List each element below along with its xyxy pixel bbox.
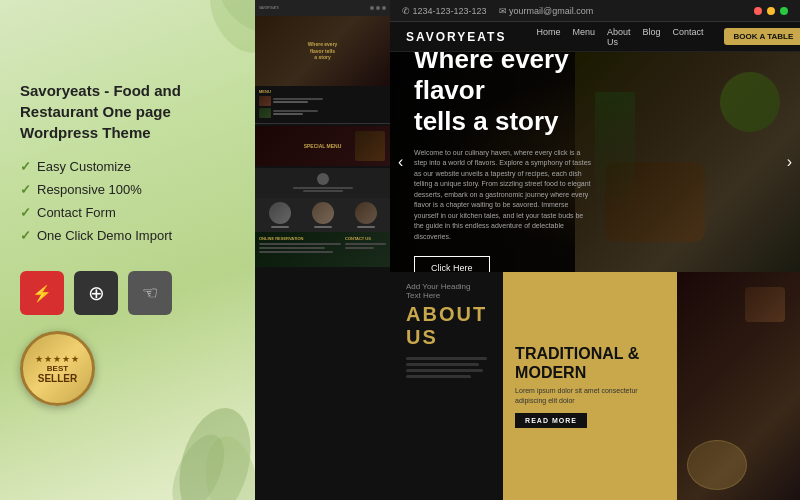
- topbar-minimize-dot: [767, 7, 775, 15]
- preview-hero-text: Where everyflavor tellsa story: [308, 41, 338, 61]
- preview-menu-text-1: [273, 98, 386, 104]
- preview-team-name-2: [314, 226, 332, 228]
- preview-menu-text-2: [273, 110, 386, 116]
- about-title: ABOUT US: [406, 303, 487, 349]
- tech-badges: ⚡ ⊕ ☜: [20, 271, 235, 315]
- theme-title: Savoryeats - Food and Restaurant One pag…: [20, 80, 235, 143]
- book-table-button[interactable]: BOOK A TABLE: [724, 28, 800, 45]
- hero-title: Where every flavortells a story: [414, 52, 592, 138]
- right-main-panel: ✆ 1234-123-123-123 ✉ yourmail@gmail.com …: [390, 0, 800, 500]
- navbar-links: Home Menu About Us Blog Contact: [536, 27, 703, 47]
- preview-quote-line-2: [303, 190, 343, 192]
- preview-team-member-1: [259, 202, 300, 228]
- preview-menu-section: MENU: [255, 86, 390, 124]
- best-seller-badge: ★★★★★ Best SELLER: [20, 331, 100, 411]
- preview-menu-line-d: [273, 113, 303, 115]
- best-seller-stars: ★★★★★: [35, 354, 80, 364]
- feature-item-2: ✓ Responsive 100%: [20, 182, 235, 197]
- topbar-phone: ✆ 1234-123-123-123: [402, 6, 487, 16]
- preview-team-img-3: [355, 202, 377, 224]
- preview-team-member-3: [345, 202, 386, 228]
- topbar-maximize-dot: [780, 7, 788, 15]
- feature-label-4: One Click Demo Import: [37, 228, 172, 243]
- hero-section: Where every flavortells a story Welcome …: [390, 52, 800, 272]
- nav-link-blog[interactable]: Blog: [643, 27, 661, 47]
- left-panel: Savoryeats - Food and Restaurant One pag…: [0, 0, 255, 500]
- preview-menu-line-b: [273, 101, 308, 103]
- best-seller-circle: ★★★★★ Best SELLER: [20, 331, 95, 406]
- preview-special-text: SPECIAL MENU: [304, 143, 342, 149]
- about-section: Add Your Heading Text Here ABOUT US: [390, 272, 503, 500]
- preview-nav-dot-2: [376, 6, 380, 10]
- nav-link-about[interactable]: About Us: [607, 27, 631, 47]
- feature-label-2: Responsive 100%: [37, 182, 142, 197]
- feature-label-3: Contact Form: [37, 205, 116, 220]
- features-list: ✓ Easy Customize ✓ Responsive 100% ✓ Con…: [20, 159, 235, 251]
- leaf-decor-bottom-icon: [165, 380, 255, 500]
- preview-menu-line-a: [273, 98, 323, 100]
- preview-reservation-title: ONLINE RESERVATION: [259, 236, 341, 241]
- feature-item-3: ✓ Contact Form: [20, 205, 235, 220]
- preview-avatar: [317, 173, 329, 185]
- preview-nav-dot-1: [370, 6, 374, 10]
- site-logo: SAVORYEATS: [406, 30, 506, 44]
- nav-link-contact[interactable]: Contact: [673, 27, 704, 47]
- site-navbar: SAVORYEATS Home Menu About Us Blog Conta…: [390, 22, 800, 52]
- food-lime-visual: [720, 72, 780, 132]
- preview-site-name: SAVORYEATS: [259, 6, 368, 10]
- traditional-section: TRADITIONAL &MODERN Lorem ipsum dolor si…: [503, 272, 677, 500]
- hero-prev-arrow[interactable]: ‹: [398, 153, 403, 171]
- feature-label-1: Easy Customize: [37, 159, 131, 174]
- preview-menu-img-1: [259, 96, 271, 106]
- preview-menu-item-2: [259, 108, 386, 118]
- preview-hero-image: Where everyflavor tellsa story: [255, 16, 390, 86]
- touch-badge: ☜: [128, 271, 172, 315]
- topbar-contact-info: ✆ 1234-123-123-123 ✉ yourmail@gmail.com: [402, 6, 593, 16]
- topbar-close-dot: [754, 7, 762, 15]
- preview-team-member-2: [302, 202, 343, 228]
- feature-item-4: ✓ One Click Demo Import: [20, 228, 235, 243]
- right-food-image: [677, 272, 800, 500]
- preview-team-name-3: [357, 226, 375, 228]
- preview-res-line-1: [259, 243, 341, 245]
- read-more-button[interactable]: READ MORE: [515, 413, 587, 428]
- preview-reservation-section: ONLINE RESERVATION CONTACT US: [255, 232, 390, 267]
- nav-link-home[interactable]: Home: [536, 27, 560, 47]
- about-subtitle: Add Your Heading Text Here: [406, 282, 487, 300]
- preview-header-bar: SAVORYEATS: [255, 0, 390, 16]
- check-icon-1: ✓: [20, 159, 31, 174]
- preview-res-line-2: [259, 247, 325, 249]
- hero-subtitle: Welcome to our culinary haven, where eve…: [414, 148, 592, 243]
- touch-icon: ☜: [142, 282, 158, 304]
- preview-special-img: [355, 131, 385, 161]
- check-icon-4: ✓: [20, 228, 31, 243]
- preview-team-img-2: [312, 202, 334, 224]
- about-line-4: [406, 375, 471, 378]
- about-line-3: [406, 369, 483, 372]
- elementor-icon: ⚡: [32, 284, 52, 303]
- hero-next-arrow[interactable]: ›: [787, 153, 792, 171]
- hero-cta-button[interactable]: Click Here: [414, 256, 490, 272]
- food-item-visual: [745, 287, 785, 322]
- topbar-email: ✉ yourmail@gmail.com: [499, 6, 594, 16]
- best-label: Best: [47, 364, 68, 373]
- seller-label: SELLER: [38, 373, 77, 384]
- preview-special-section: SPECIAL MENU: [255, 126, 390, 166]
- preview-hero-section: Where everyflavor tellsa story: [255, 16, 390, 86]
- wordpress-badge: ⊕: [74, 271, 118, 315]
- preview-res-line-3: [259, 251, 333, 253]
- wordpress-icon: ⊕: [88, 281, 105, 305]
- preview-menu-line-c: [273, 110, 318, 112]
- preview-team-name-1: [271, 226, 289, 228]
- preview-contact-title: CONTACT US: [345, 236, 386, 241]
- nav-link-menu[interactable]: Menu: [572, 27, 595, 47]
- site-topbar: ✆ 1234-123-123-123 ✉ yourmail@gmail.com: [390, 0, 800, 22]
- feature-item-1: ✓ Easy Customize: [20, 159, 235, 174]
- about-line-1: [406, 357, 487, 360]
- preview-reservation-form: ONLINE RESERVATION: [259, 236, 341, 263]
- preview-contact-line-1: [345, 243, 386, 245]
- about-body-content: [406, 357, 487, 378]
- hero-content: Where every flavortells a story Welcome …: [390, 52, 616, 272]
- leaf-decor-top-icon: [175, 0, 255, 80]
- preview-nav-dot-3: [382, 6, 386, 10]
